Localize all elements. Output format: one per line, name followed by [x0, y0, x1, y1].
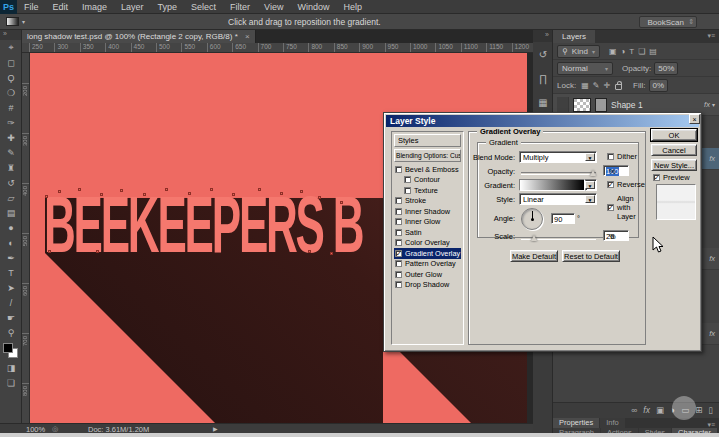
angle-dial[interactable]	[521, 208, 543, 230]
style-item-stroke[interactable]: Stroke	[394, 196, 461, 207]
layer-name[interactable]: Shape 1	[611, 100, 643, 110]
menu-file[interactable]: File	[17, 0, 46, 14]
toolbar-collapse-button[interactable]: »	[0, 30, 21, 40]
checkbox[interactable]	[395, 208, 402, 215]
dialog-close-button[interactable]: ×	[689, 114, 700, 124]
gradient-picker-button[interactable]: ▼	[585, 179, 597, 191]
filter-kind-dropdown[interactable]: ⚲ Kind ▾	[557, 45, 600, 58]
style-item-contour[interactable]: Contour	[394, 175, 461, 186]
style-item-outer-glow[interactable]: Outer Glow	[394, 269, 461, 280]
tool-preset-picker[interactable]: ▾	[6, 16, 36, 27]
menu-layer[interactable]: Layer	[114, 0, 151, 14]
chevron-down-icon[interactable]: ▼	[585, 153, 595, 161]
history-panel-icon[interactable]: ↺	[533, 42, 553, 66]
menu-filter[interactable]: Filter	[223, 0, 257, 14]
blend-mode-select[interactable]: Multiply▼	[519, 151, 597, 163]
make-default-button[interactable]: Make Default	[510, 250, 558, 262]
checkbox[interactable]	[395, 281, 402, 288]
link-layers-icon[interactable]: ∞	[631, 405, 637, 418]
zoom-tool[interactable]: ⚲	[0, 325, 22, 340]
menu-image[interactable]: Image	[75, 0, 114, 14]
checkbox[interactable]	[395, 218, 402, 225]
lasso-tool[interactable]: Ϙ	[0, 70, 22, 85]
style-select[interactable]: Linear▼	[519, 193, 597, 205]
lock-all-icon[interactable]	[615, 84, 622, 90]
align-with-layer-checkbox[interactable]: ✓Align with Layer	[607, 194, 645, 221]
lock-position-icon[interactable]: ✛	[601, 81, 612, 90]
blur-tool[interactable]: ●	[0, 220, 22, 235]
style-item-inner-shadow[interactable]: Inner Shadow	[394, 206, 461, 217]
checkbox[interactable]: ✓	[395, 250, 402, 257]
ok-button[interactable]: OK	[651, 129, 697, 141]
screen-mode-button[interactable]: ❏	[0, 375, 22, 390]
swatches-panel-icon[interactable]: ▦	[533, 90, 553, 114]
rectangular-marquee-tool[interactable]: ◻	[0, 55, 22, 70]
gradient-preview-well[interactable]	[519, 179, 585, 191]
close-icon[interactable]: ×	[245, 32, 250, 41]
layer-thumbnail[interactable]	[573, 98, 591, 112]
style-item-color-overlay[interactable]: Color Overlay	[394, 238, 461, 249]
smart-object-filter-icon[interactable]: ▤	[647, 47, 659, 56]
opacity-slider-thumb[interactable]	[590, 170, 596, 176]
quick-mask-button[interactable]: ◨	[0, 360, 22, 375]
panel-menu-icon[interactable]: ▾≡	[707, 418, 719, 428]
adjustment-layer-filter-icon[interactable]: ◑	[618, 47, 627, 56]
menu-window[interactable]: Window	[290, 0, 336, 14]
menu-select[interactable]: Select	[184, 0, 223, 14]
checkbox[interactable]	[395, 260, 402, 267]
checkbox[interactable]	[404, 187, 411, 194]
checkbox[interactable]	[395, 229, 402, 236]
pixel-layer-filter-icon[interactable]: ▣	[607, 47, 619, 56]
checkbox[interactable]	[395, 166, 402, 173]
crop-tool[interactable]: #	[0, 100, 22, 115]
reset-to-default-button[interactable]: Reset to Default	[562, 250, 620, 262]
dither-checkbox[interactable]: Dither	[607, 152, 637, 161]
dodge-tool[interactable]: ◐	[0, 235, 22, 250]
checkbox[interactable]	[395, 239, 402, 246]
blend-mode-dropdown[interactable]: Normal ▾	[557, 62, 613, 75]
dock-collapse-button[interactable]: »	[533, 30, 552, 42]
style-item-bevel-emboss[interactable]: Bevel & Emboss	[394, 164, 461, 175]
type-tool[interactable]: T	[0, 265, 22, 280]
brush-tool[interactable]: ✎	[0, 145, 22, 160]
style-item-drop-shadow[interactable]: Drop Shadow	[394, 280, 461, 291]
menu-help[interactable]: Help	[336, 0, 369, 14]
tab-info[interactable]: Info	[600, 418, 625, 428]
angle-field[interactable]: 90	[551, 213, 575, 224]
layer-effects-icon[interactable]: fx	[643, 405, 650, 418]
status-popup-arrow-icon[interactable]: ▶	[213, 425, 218, 432]
pen-tool[interactable]: ✒	[0, 250, 22, 265]
color-swatches[interactable]	[0, 342, 22, 360]
chevron-down-icon[interactable]: ▼	[585, 195, 595, 203]
style-item-inner-glow[interactable]: Inner Glow	[394, 217, 461, 228]
curves-panel-icon[interactable]: ∏	[533, 66, 553, 90]
style-item-gradient-overlay[interactable]: ✓Gradient Overlay	[394, 248, 461, 259]
reverse-checkbox[interactable]: ✓Reverse	[607, 180, 645, 189]
panel-menu-icon[interactable]: ▾≡	[707, 30, 719, 43]
layer-fill-value[interactable]: 0%	[649, 79, 669, 92]
scale-slider[interactable]	[521, 237, 596, 240]
path-selection-tool[interactable]: ➤	[0, 280, 22, 295]
style-item-texture[interactable]: Texture	[394, 185, 461, 196]
shape-layer-filter-icon[interactable]: ❏	[636, 47, 647, 56]
history-brush-tool[interactable]: ↺	[0, 175, 22, 190]
opacity-slider[interactable]	[521, 172, 596, 175]
eyedropper-tool[interactable]: ✑	[0, 115, 22, 130]
checkbox[interactable]	[395, 271, 402, 278]
layer-mask-icon[interactable]: ▣	[656, 405, 664, 418]
layer-visibility-toggle[interactable]	[557, 97, 569, 113]
move-tool[interactable]: ⌖	[0, 40, 22, 55]
preview-checkbox[interactable]: ✓Preview	[653, 173, 690, 182]
styles-header[interactable]: Styles	[394, 134, 461, 147]
dialog-title[interactable]: Layer Style	[386, 115, 699, 127]
tab-layers[interactable]: Layers	[553, 30, 595, 43]
eraser-tool[interactable]: ▱	[0, 190, 22, 205]
document-tab[interactable]: long shadow test.psd @ 100% (Rectangle 2…	[22, 30, 256, 43]
delete-layer-icon[interactable]: ▯	[708, 405, 713, 418]
type-layer-filter-icon[interactable]: T	[627, 47, 636, 56]
new-layer-icon[interactable]: ⊞	[695, 405, 702, 418]
spot-healing-brush-tool[interactable]: ✚	[0, 130, 22, 145]
menu-edit[interactable]: Edit	[46, 0, 76, 14]
tab-properties[interactable]: Properties	[553, 418, 599, 428]
blending-options-item[interactable]: Blending Options: Custom	[394, 149, 461, 162]
